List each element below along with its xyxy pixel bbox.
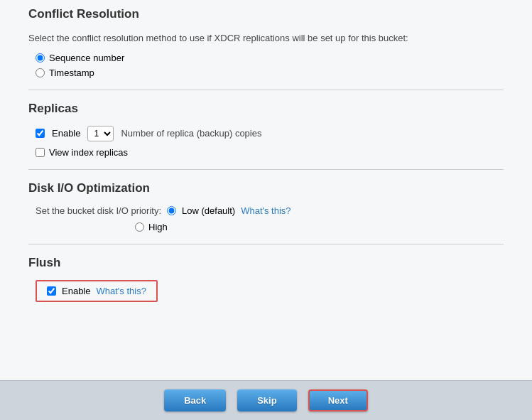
back-button[interactable]: Back [164, 389, 226, 411]
view-index-checkbox[interactable] [36, 148, 45, 157]
flush-whats-this-link[interactable]: What's this? [96, 286, 146, 296]
high-label: High [148, 222, 168, 232]
flush-enable-row: Enable What's this? [36, 280, 158, 302]
sequence-number-radio[interactable] [36, 53, 45, 63]
skip-button[interactable]: Skip [237, 389, 296, 411]
view-index-label: View index replicas [49, 147, 128, 158]
radio-item-sequence: Sequence number [36, 53, 504, 63]
high-radio[interactable] [135, 222, 144, 232]
replicas-section: Replicas Enable 1 2 3 Number of replica … [28, 102, 504, 170]
disk-io-whats-this-link[interactable]: What's this? [241, 205, 291, 216]
view-index-row: View index replicas [36, 147, 504, 158]
copies-label: Number of replica (backup) copies [121, 128, 261, 139]
flush-title: Flush [28, 256, 504, 273]
flush-enable-label: Enable [62, 286, 90, 296]
flush-section: Flush Enable What's this? [28, 256, 504, 302]
replicas-controls: Enable 1 2 3 Number of replica (backup) … [36, 126, 504, 158]
replicas-enable-checkbox[interactable] [36, 129, 45, 138]
disk-io-set-label: Set the bucket disk I/O priority: [36, 205, 161, 216]
disk-io-high-row: High [135, 222, 504, 232]
radio-item-timestamp: Timestamp [36, 68, 504, 78]
replicas-title: Replicas [28, 102, 504, 119]
replicas-enable-label: Enable [52, 128, 80, 139]
low-radio[interactable] [167, 206, 176, 215]
replicas-enable-row: Enable 1 2 3 Number of replica (backup) … [36, 126, 504, 141]
disk-io-section: Disk I/O Optimization Set the bucket dis… [28, 181, 504, 244]
flush-controls: Enable What's this? [36, 280, 504, 302]
conflict-resolution-desc: Select the conflict resolution method to… [28, 31, 504, 45]
low-label: Low (default) [182, 205, 235, 216]
replicas-count-select[interactable]: 1 2 3 [87, 126, 114, 141]
disk-io-title: Disk I/O Optimization [28, 181, 504, 198]
next-button[interactable]: Next [308, 389, 368, 411]
timestamp-label: Timestamp [49, 68, 94, 78]
footer: Back Skip Next [0, 380, 532, 420]
disk-io-low-row: Set the bucket disk I/O priority: Low (d… [36, 205, 504, 216]
timestamp-radio[interactable] [36, 68, 45, 77]
conflict-resolution-options: Sequence number Timestamp [36, 53, 504, 78]
conflict-resolution-title: Conflict Resolution [28, 7, 504, 24]
sequence-number-label: Sequence number [49, 53, 124, 63]
flush-enable-checkbox[interactable] [47, 286, 56, 296]
conflict-resolution-section: Conflict Resolution Select the conflict … [28, 7, 504, 90]
